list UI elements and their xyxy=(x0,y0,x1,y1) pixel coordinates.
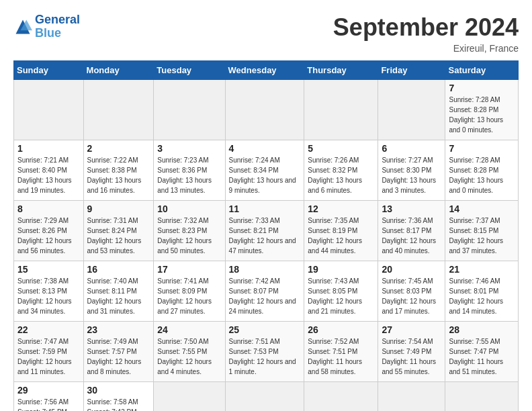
table-row: 15 Sunrise: 7:38 AM Sunset: 8:13 PM Dayl… xyxy=(14,261,84,322)
col-tuesday: Tuesday xyxy=(154,61,225,80)
logo-text: General Blue xyxy=(35,13,80,40)
day-number: 13 xyxy=(382,203,441,214)
day-number: 1 xyxy=(17,143,80,154)
table-row: 21 Sunrise: 7:46 AM Sunset: 8:01 PM Dayl… xyxy=(445,261,519,322)
calendar-row: 22 Sunrise: 7:47 AM Sunset: 7:59 PM Dayl… xyxy=(14,322,519,382)
day-info: Sunrise: 7:32 AM Sunset: 8:23 PM Dayligh… xyxy=(157,216,221,256)
table-row: 5 Sunrise: 7:26 AM Sunset: 8:32 PM Dayli… xyxy=(304,140,378,201)
table-row: 13 Sunrise: 7:36 AM Sunset: 8:17 PM Dayl… xyxy=(378,201,445,261)
day-info: Sunrise: 7:33 AM Sunset: 8:21 PM Dayligh… xyxy=(229,216,301,256)
day-info: Sunrise: 7:31 AM Sunset: 8:24 PM Dayligh… xyxy=(87,216,150,256)
table-row: 1 Sunrise: 7:21 AM Sunset: 8:40 PM Dayli… xyxy=(14,140,84,201)
col-monday: Monday xyxy=(83,61,154,80)
day-number: 27 xyxy=(382,324,441,335)
day-number: 16 xyxy=(87,264,150,275)
day-number: 23 xyxy=(87,324,150,335)
day-info: Sunrise: 7:35 AM Sunset: 8:19 PM Dayligh… xyxy=(308,216,374,256)
day-number: 29 xyxy=(17,385,80,396)
table-row xyxy=(304,80,378,140)
page-header: General Blue September 2024 Exireuil, Fr… xyxy=(13,13,519,54)
calendar-row: 1 Sunrise: 7:21 AM Sunset: 8:40 PM Dayli… xyxy=(14,140,519,201)
table-row: 3 Sunrise: 7:23 AM Sunset: 8:36 PM Dayli… xyxy=(154,140,225,201)
table-row: 8 Sunrise: 7:29 AM Sunset: 8:26 PM Dayli… xyxy=(14,201,84,261)
day-info: Sunrise: 7:26 AM Sunset: 8:32 PM Dayligh… xyxy=(308,155,374,195)
month-title: September 2024 xyxy=(333,13,519,42)
table-row: 16 Sunrise: 7:40 AM Sunset: 8:11 PM Dayl… xyxy=(83,261,154,322)
day-info: Sunrise: 7:40 AM Sunset: 8:11 PM Dayligh… xyxy=(87,276,150,316)
table-row xyxy=(83,80,154,140)
table-row: 20 Sunrise: 7:45 AM Sunset: 8:03 PM Dayl… xyxy=(378,261,445,322)
day-number: 5 xyxy=(308,143,374,154)
day-number: 25 xyxy=(229,324,301,335)
location-title: Exireuil, France xyxy=(333,43,519,54)
table-row: 6 Sunrise: 7:27 AM Sunset: 8:30 PM Dayli… xyxy=(378,140,445,201)
day-number: 30 xyxy=(87,385,150,396)
day-number: 10 xyxy=(157,203,221,214)
day-info: Sunrise: 7:21 AM Sunset: 8:40 PM Dayligh… xyxy=(17,155,80,195)
table-row: 27 Sunrise: 7:54 AM Sunset: 7:49 PM Dayl… xyxy=(378,322,445,382)
day-number: 14 xyxy=(449,203,515,214)
day-info: Sunrise: 7:55 AM Sunset: 7:47 PM Dayligh… xyxy=(449,336,515,377)
col-wednesday: Wednesday xyxy=(225,61,304,80)
table-row: 7 Sunrise: 7:28 AM Sunset: 8:28 PM Dayli… xyxy=(445,80,519,140)
table-row xyxy=(378,80,445,140)
day-info: Sunrise: 7:36 AM Sunset: 8:17 PM Dayligh… xyxy=(382,216,441,256)
table-row: 7 Sunrise: 7:28 AM Sunset: 8:28 PM Dayli… xyxy=(445,140,519,201)
table-row xyxy=(225,80,304,140)
calendar-row: 7 Sunrise: 7:28 AM Sunset: 8:28 PM Dayli… xyxy=(14,80,519,140)
table-row xyxy=(154,80,225,140)
calendar-row: 29 Sunrise: 7:56 AM Sunset: 7:45 PM Dayl… xyxy=(14,382,519,412)
day-info: Sunrise: 7:24 AM Sunset: 8:34 PM Dayligh… xyxy=(229,155,301,195)
day-info: Sunrise: 7:41 AM Sunset: 8:09 PM Dayligh… xyxy=(157,276,221,316)
day-info: Sunrise: 7:23 AM Sunset: 8:36 PM Dayligh… xyxy=(157,155,221,195)
day-number: 7 xyxy=(449,143,515,154)
day-number: 4 xyxy=(229,143,301,154)
day-info: Sunrise: 7:58 AM Sunset: 7:43 PM Dayligh… xyxy=(87,397,150,411)
calendar-header: Sunday Monday Tuesday Wednesday Thursday… xyxy=(14,61,519,80)
table-row: 11 Sunrise: 7:33 AM Sunset: 8:21 PM Dayl… xyxy=(225,201,304,261)
day-info: Sunrise: 7:54 AM Sunset: 7:49 PM Dayligh… xyxy=(382,336,441,377)
day-number: 19 xyxy=(308,264,374,275)
table-row: 2 Sunrise: 7:22 AM Sunset: 8:38 PM Dayli… xyxy=(83,140,154,201)
day-info: Sunrise: 7:50 AM Sunset: 7:55 PM Dayligh… xyxy=(157,336,221,377)
day-info: Sunrise: 7:49 AM Sunset: 7:57 PM Dayligh… xyxy=(87,336,150,377)
table-row: 19 Sunrise: 7:43 AM Sunset: 8:05 PM Dayl… xyxy=(304,261,378,322)
title-block: September 2024 Exireuil, France xyxy=(333,13,519,54)
day-info: Sunrise: 7:47 AM Sunset: 7:59 PM Dayligh… xyxy=(17,336,80,377)
col-saturday: Saturday xyxy=(445,61,519,80)
day-number: 15 xyxy=(17,264,80,275)
day-number: 12 xyxy=(308,203,374,214)
table-row: 4 Sunrise: 7:24 AM Sunset: 8:34 PM Dayli… xyxy=(225,140,304,201)
table-row: 18 Sunrise: 7:42 AM Sunset: 8:07 PM Dayl… xyxy=(225,261,304,322)
table-row xyxy=(225,382,304,412)
table-row: 24 Sunrise: 7:50 AM Sunset: 7:55 PM Dayl… xyxy=(154,322,225,382)
day-info: Sunrise: 7:22 AM Sunset: 8:38 PM Dayligh… xyxy=(87,155,150,195)
table-row: 29 Sunrise: 7:56 AM Sunset: 7:45 PM Dayl… xyxy=(14,382,84,412)
day-number: 26 xyxy=(308,324,374,335)
table-row xyxy=(445,382,519,412)
table-row: 30 Sunrise: 7:58 AM Sunset: 7:43 PM Dayl… xyxy=(83,382,154,412)
day-number: 2 xyxy=(87,143,150,154)
table-row: 26 Sunrise: 7:52 AM Sunset: 7:51 PM Dayl… xyxy=(304,322,378,382)
day-info: Sunrise: 7:37 AM Sunset: 8:15 PM Dayligh… xyxy=(449,216,515,256)
day-number: 24 xyxy=(157,324,221,335)
day-info: Sunrise: 7:56 AM Sunset: 7:45 PM Dayligh… xyxy=(17,397,80,411)
col-sunday: Sunday xyxy=(14,61,84,80)
calendar-body: 7 Sunrise: 7:28 AM Sunset: 8:28 PM Dayli… xyxy=(14,80,519,412)
day-number: 18 xyxy=(229,264,301,275)
day-info: Sunrise: 7:46 AM Sunset: 8:01 PM Dayligh… xyxy=(449,276,515,316)
day-number: 22 xyxy=(17,324,80,335)
table-row: 9 Sunrise: 7:31 AM Sunset: 8:24 PM Dayli… xyxy=(83,201,154,261)
day-info: Sunrise: 7:51 AM Sunset: 7:53 PM Dayligh… xyxy=(229,336,301,377)
day-info: Sunrise: 7:28 AM Sunset: 8:28 PM Dayligh… xyxy=(449,155,515,195)
table-row xyxy=(304,382,378,412)
day-info: Sunrise: 7:27 AM Sunset: 8:30 PM Dayligh… xyxy=(382,155,441,195)
day-info: Sunrise: 7:29 AM Sunset: 8:26 PM Dayligh… xyxy=(17,216,80,256)
day-number: 21 xyxy=(449,264,515,275)
table-row: 22 Sunrise: 7:47 AM Sunset: 7:59 PM Dayl… xyxy=(14,322,84,382)
header-row: Sunday Monday Tuesday Wednesday Thursday… xyxy=(14,61,519,80)
day-number: 28 xyxy=(449,324,515,335)
table-row: 14 Sunrise: 7:37 AM Sunset: 8:15 PM Dayl… xyxy=(445,201,519,261)
day-info: Sunrise: 7:38 AM Sunset: 8:13 PM Dayligh… xyxy=(17,276,80,316)
col-friday: Friday xyxy=(378,61,445,80)
